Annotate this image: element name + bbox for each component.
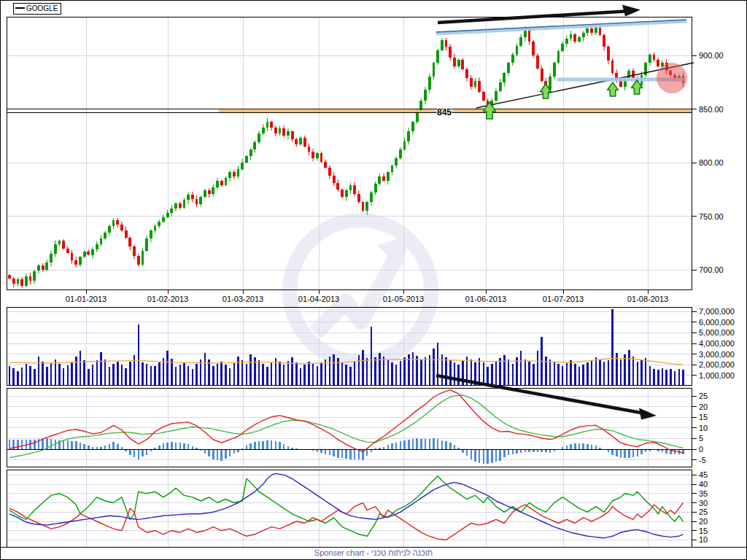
svg-text:1,000,000: 1,000,000 (699, 371, 735, 380)
svg-text:750.00: 750.00 (699, 212, 724, 221)
series-line-swatch (15, 7, 25, 9)
footer-brand-text: Sponser chart - תוכנה לניתוח טכני (314, 548, 433, 557)
svg-text:15: 15 (699, 526, 708, 535)
date-axis-label: 01-05-2013 (377, 295, 430, 303)
volume-panel[interactable] (7, 307, 692, 386)
svg-text:7,000,000: 7,000,000 (699, 307, 735, 316)
svg-text:35: 35 (699, 489, 708, 498)
svg-text:10: 10 (699, 535, 708, 544)
svg-text:20: 20 (699, 402, 708, 411)
date-axis-label: 01-02-2013 (142, 295, 194, 303)
svg-text:900.00: 900.00 (699, 51, 724, 60)
date-axis-label: 01-06-2013 (460, 295, 512, 303)
date-axis-label: 01-07-2013 (537, 295, 589, 303)
svg-text:4,000,000: 4,000,000 (699, 339, 735, 348)
series-legend[interactable]: GOOGLE (13, 3, 61, 15)
dmi-panel[interactable] (7, 470, 692, 548)
svg-text:3,000,000: 3,000,000 (699, 350, 735, 359)
svg-text:25: 25 (699, 508, 708, 516)
svg-text:700.00: 700.00 (699, 265, 724, 274)
svg-text:25: 25 (699, 392, 708, 400)
price-chart-panel[interactable] (7, 17, 692, 290)
svg-text:850.00: 850.00 (699, 105, 724, 114)
date-axis-label: 01-08-2013 (622, 295, 674, 303)
svg-text:40: 40 (699, 480, 708, 489)
svg-text:20: 20 (699, 517, 708, 526)
chart-application-window: GOOGLE 900.00850.00800.00750.00700.007,0… (0, 0, 747, 560)
app-footer: Sponser chart - תוכנה לניתוח טכני (1, 547, 746, 559)
date-axis-label: 01-03-2013 (217, 295, 269, 303)
date-axis-label: 01-01-2013 (60, 295, 112, 303)
svg-text:30: 30 (699, 499, 708, 508)
svg-text:15: 15 (699, 413, 708, 421)
support-level-label: 845 (437, 107, 452, 117)
svg-text:0: 0 (699, 445, 703, 454)
svg-text:10: 10 (699, 424, 708, 432)
date-axis-label: 01-04-2013 (293, 295, 345, 303)
macd-panel[interactable] (7, 388, 692, 467)
svg-text:-5: -5 (699, 456, 706, 464)
svg-text:6,000,000: 6,000,000 (699, 318, 735, 327)
y-axis-gutter: 900.00850.00800.00750.00700.007,000,0006… (692, 1, 747, 560)
svg-text:45: 45 (699, 470, 708, 479)
svg-text:5,000,000: 5,000,000 (699, 328, 735, 337)
series-legend-label: GOOGLE (26, 4, 58, 12)
svg-text:5: 5 (699, 434, 703, 443)
svg-text:2,000,000: 2,000,000 (699, 360, 735, 369)
svg-text:800.00: 800.00 (699, 158, 724, 167)
